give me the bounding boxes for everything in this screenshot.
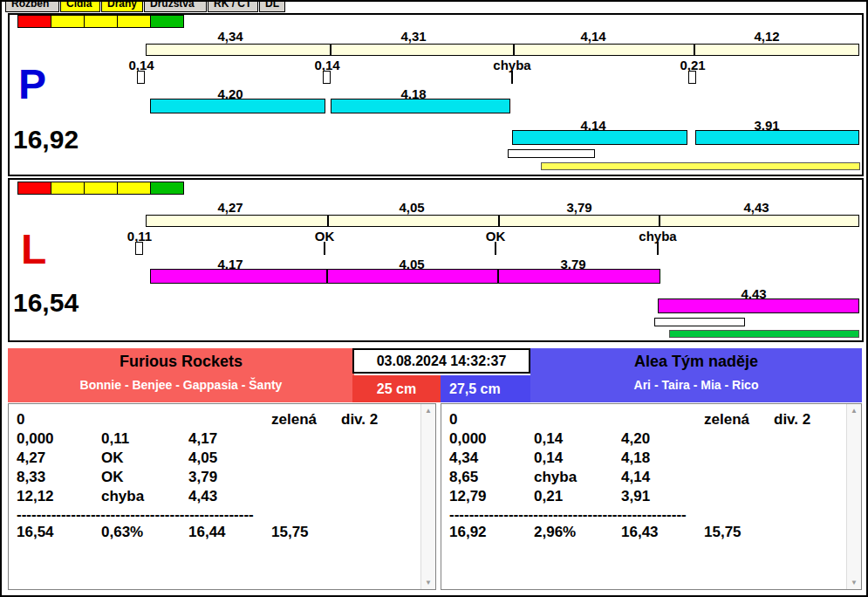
lane-panel-p: 4,34 4,31 4,14 4,12 0,14 0,14 chyba 0,21… xyxy=(8,13,864,176)
tab-rozbeh[interactable]: Rozběh xyxy=(5,2,59,12)
result-row: 12,79 0,21 3,91 xyxy=(449,487,844,506)
cell xyxy=(188,410,271,429)
cell: 2,96% xyxy=(534,523,621,542)
result-row: 4,34 0,14 4,18 xyxy=(449,449,844,468)
scrollbar[interactable]: ▲ ▼ xyxy=(846,404,861,589)
cell xyxy=(341,449,418,468)
result-row: 0 zelená div. 2 xyxy=(449,410,844,429)
jump-height-left: 25 cm xyxy=(352,375,441,402)
crossing-marker-line xyxy=(495,242,496,255)
separator-line: ----------------------------------------… xyxy=(449,506,844,523)
start-light-green xyxy=(150,182,184,195)
bar-divider xyxy=(498,216,500,226)
cell: 4,27 xyxy=(17,449,101,468)
segment-time: 4,27 xyxy=(217,200,243,215)
scroll-up-icon[interactable]: ▲ xyxy=(421,407,435,415)
crossing-marker-box xyxy=(135,242,143,255)
cell: 3,79 xyxy=(188,468,271,487)
start-light-red xyxy=(17,182,51,195)
team-banner-left: Furious Rockets Bonnie - Benjee - Gappas… xyxy=(8,348,354,402)
cell: 0 xyxy=(17,410,101,429)
segment-time: 4,34 xyxy=(217,29,243,44)
start-light-yellow xyxy=(51,15,85,28)
summary-row: 16,92 2,96% 16,43 15,75 xyxy=(449,523,844,542)
timeline-bar-l xyxy=(146,215,859,227)
cell: chyba xyxy=(101,487,188,506)
start-light-green xyxy=(150,15,184,28)
start-light-yellow xyxy=(51,182,85,195)
cell xyxy=(341,468,418,487)
cell xyxy=(774,523,844,542)
tab-dl[interactable]: DL xyxy=(259,2,285,12)
bar-divider xyxy=(659,216,660,226)
tab-druzstva[interactable]: Družstva xyxy=(144,2,207,12)
cell xyxy=(534,410,621,429)
start-light-yellow xyxy=(117,182,151,195)
cell xyxy=(704,468,774,487)
datetime-display: 03.08.2024 14:32:37 xyxy=(352,348,530,374)
crossing-marker-line xyxy=(657,242,659,255)
team-dogs-left: Bonnie - Benjee - Gappasia - Šanty xyxy=(8,371,354,392)
cell xyxy=(621,410,704,429)
cell: 16,43 xyxy=(621,523,704,542)
crossing-marker-box xyxy=(137,71,145,84)
cell xyxy=(774,449,844,468)
tab-bar: Rozběh Čidla Dráhy Družstva RK / ČT DL xyxy=(5,2,286,12)
timing-app-window: Rozběh Čidla Dráhy Družstva RK / ČT DL 4… xyxy=(0,0,868,597)
cell: 12,12 xyxy=(17,487,101,506)
cell: OK xyxy=(101,449,188,468)
scroll-down-icon[interactable]: ▼ xyxy=(421,579,435,587)
cell: 0,14 xyxy=(534,449,621,468)
cell xyxy=(341,487,418,506)
tab-rk-ct[interactable]: RK / ČT xyxy=(208,2,258,12)
results-list-left[interactable]: 0 zelená div. 2 0,000 0,11 4,17 4,27 OK … xyxy=(8,403,436,590)
result-row: 12,12 chyba 4,43 xyxy=(17,487,418,506)
cell: 16,54 xyxy=(17,523,101,542)
result-row: 0,000 0,11 4,17 xyxy=(17,429,418,449)
segment-time: 4,14 xyxy=(580,29,605,44)
cell: 0,63% xyxy=(101,523,188,542)
team-dogs-right: Ari - Taira - Mia - Rico xyxy=(530,371,862,392)
empty-indicator-bar xyxy=(654,318,745,326)
cell: 15,75 xyxy=(271,523,341,542)
result-row: 0,000 0,14 4,20 xyxy=(449,429,844,449)
result-row: 4,27 OK 4,05 xyxy=(17,449,418,468)
cell: 8,65 xyxy=(449,468,534,487)
scrollbar[interactable]: ▲ ▼ xyxy=(420,404,435,589)
start-light-yellow xyxy=(117,15,151,28)
cell: 16,92 xyxy=(449,523,534,542)
result-row: 0 zelená div. 2 xyxy=(17,410,418,429)
tab-cidla[interactable]: Čidla xyxy=(60,2,100,12)
cell: 4,20 xyxy=(621,429,704,449)
progress-strip-yellow xyxy=(541,162,860,170)
cell: 4,14 xyxy=(621,468,704,487)
segment-time: 3,79 xyxy=(566,200,591,215)
bar-divider xyxy=(326,270,328,283)
cell: 0,000 xyxy=(17,429,101,449)
lane-total-p: 16,92 xyxy=(13,127,79,153)
cell: 4,18 xyxy=(621,449,704,468)
lane-total-l: 16,54 xyxy=(13,290,79,316)
result-row: 8,65 chyba 4,14 xyxy=(449,468,844,487)
result-row: 8,33 OK 3,79 xyxy=(17,468,418,487)
results-list-right[interactable]: 0 zelená div. 2 0,000 0,14 4,20 4,34 0,1… xyxy=(441,403,862,590)
crossing-marker-box xyxy=(688,71,696,84)
scroll-up-icon[interactable]: ▲ xyxy=(847,407,861,415)
cell: 4,05 xyxy=(188,449,271,468)
cell: 15,75 xyxy=(704,523,774,542)
start-light-yellow xyxy=(84,182,118,195)
cell: 3,91 xyxy=(621,487,704,506)
tab-label: Dráhy xyxy=(107,2,137,10)
bar-divider xyxy=(513,45,515,55)
tab-label: RK / ČT xyxy=(214,2,252,10)
lane-letter-p: P xyxy=(18,64,46,106)
cell: zelená xyxy=(704,410,774,429)
cell xyxy=(271,429,341,449)
tab-label: Rozběh xyxy=(11,2,53,10)
cell: div. 2 xyxy=(341,410,418,429)
cell: 4,17 xyxy=(188,429,271,449)
scroll-down-icon[interactable]: ▼ xyxy=(847,579,861,587)
segment-time: 4,31 xyxy=(400,29,426,44)
tab-drahy[interactable]: Dráhy xyxy=(101,2,143,12)
cell xyxy=(774,468,844,487)
